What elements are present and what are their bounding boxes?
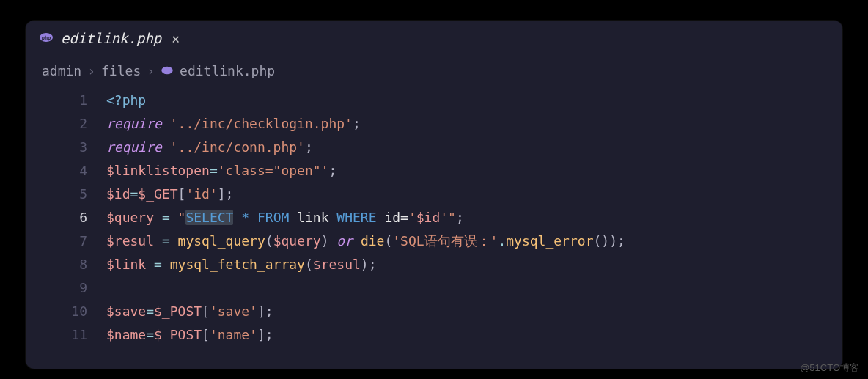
code-line[interactable]: $linklistopen='class="open"'; <box>106 159 842 183</box>
code-line-empty[interactable] <box>106 276 842 300</box>
breadcrumb-item[interactable]: editlink.php <box>180 63 275 78</box>
line-number-active: 6 <box>79 206 87 229</box>
php-icon: php <box>39 32 54 45</box>
chevron-right-icon: › <box>87 63 95 78</box>
line-number: 2 <box>79 112 87 136</box>
tab-title: editlink.php <box>61 30 161 46</box>
file-tab[interactable]: php editlink.php ✕ <box>26 21 196 56</box>
svg-point-2 <box>161 66 172 73</box>
close-icon[interactable]: ✕ <box>169 29 183 48</box>
watermark: @51CTO博客 <box>800 361 859 375</box>
line-number: 10 <box>71 300 87 323</box>
line-number: 4 <box>79 159 87 183</box>
php-icon <box>161 65 174 78</box>
line-number: 9 <box>79 276 87 300</box>
line-number: 7 <box>79 229 87 253</box>
breadcrumb-item[interactable]: admin <box>42 63 81 78</box>
line-number: 8 <box>79 253 87 276</box>
code-line[interactable]: $id=$_GET['id']; <box>106 183 842 206</box>
chevron-right-icon: › <box>147 63 155 78</box>
editor-window: php editlink.php ✕ admin › files › editl… <box>26 21 842 369</box>
breadcrumb-item[interactable]: files <box>101 63 141 78</box>
line-number: 1 <box>79 89 87 112</box>
breadcrumb[interactable]: admin › files › editlink.php <box>26 56 842 89</box>
line-number: 5 <box>79 183 87 206</box>
code-line[interactable]: $resul = mysql_query($query) or die('SQL… <box>106 229 842 253</box>
code-line[interactable]: require '../inc/conn.php'; <box>106 136 842 159</box>
code-content[interactable]: <?php require '../inc/checklogin.php'; r… <box>106 89 842 347</box>
tab-bar: php editlink.php ✕ <box>26 21 842 56</box>
line-number: 3 <box>79 136 87 159</box>
code-area[interactable]: 1 2 3 4 5 6 7 8 9 10 11 <?php require '.… <box>26 89 842 347</box>
code-line[interactable]: $name=$_POST['name']; <box>106 323 842 347</box>
line-number: 11 <box>71 323 87 347</box>
code-line[interactable]: $link = mysql_fetch_array($resul); <box>106 253 842 276</box>
code-line[interactable]: <?php <box>106 89 842 112</box>
svg-text:php: php <box>42 35 51 41</box>
code-line[interactable]: $save=$_POST['save']; <box>106 300 842 323</box>
code-line[interactable]: $query = "SELECT * FROM link WHERE id='$… <box>106 206 842 229</box>
gutter: 1 2 3 4 5 6 7 8 9 10 11 <box>26 89 106 347</box>
code-line[interactable]: require '../inc/checklogin.php'; <box>106 112 842 136</box>
